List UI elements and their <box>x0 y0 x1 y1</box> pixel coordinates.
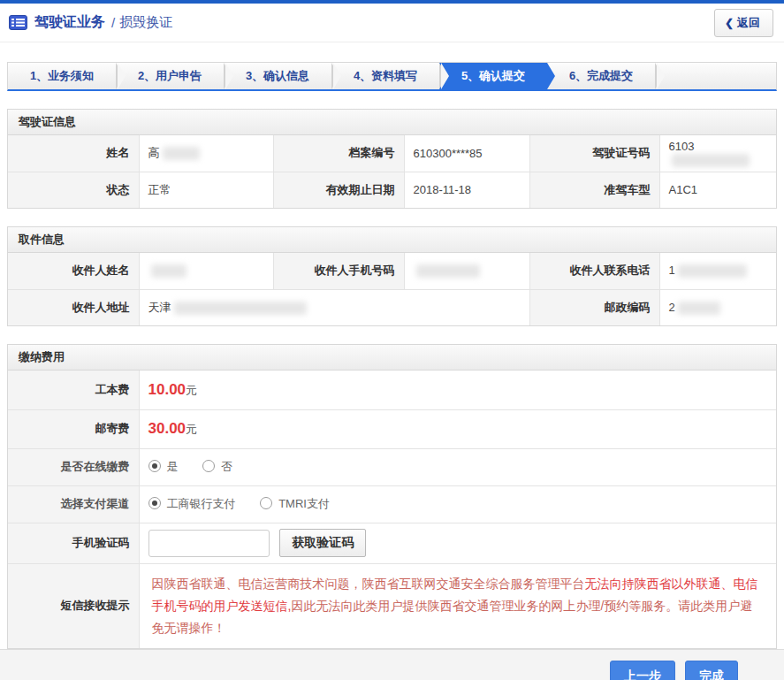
step-1-notice: 1、业务须知 <box>8 63 116 89</box>
license-no-label: 驾驶证号码 <box>529 135 659 172</box>
expiry-date-label: 有效期止日期 <box>273 172 404 208</box>
get-sms-code-button[interactable]: 获取验证码 <box>279 529 366 557</box>
table-row: 邮寄费 30.00元 <box>8 409 776 448</box>
table-row: 姓名 高 档案编号 610300****85 驾驶证号码 6103 <box>8 135 776 172</box>
archive-no-value: 610300****85 <box>404 135 529 172</box>
step-6-finish-submit: 6、完成提交 <box>547 63 655 89</box>
archive-no-label: 档案编号 <box>273 135 404 172</box>
redacted-blur <box>163 147 200 160</box>
recipient-mobile-label: 收件人手机号码 <box>273 253 404 289</box>
redacted-blur <box>672 154 750 167</box>
license-list-icon <box>9 15 27 30</box>
step-3-confirm-info: 3、确认信息 <box>224 63 331 89</box>
back-label: 返回 <box>737 16 760 29</box>
production-fee-unit: 元 <box>186 384 197 397</box>
online-pay-label: 是否在线缴费 <box>8 448 139 485</box>
status-value: 正常 <box>139 172 273 208</box>
table-row: 是否在线缴费 是 否 <box>8 448 776 485</box>
online-pay-no-radio[interactable] <box>202 460 215 472</box>
step-5-confirm-submit: 5、确认提交 <box>439 63 547 89</box>
sms-code-label: 手机验证码 <box>8 523 139 563</box>
redacted-blur <box>678 302 720 315</box>
expiry-date-value: 2018-11-18 <box>404 172 529 208</box>
table-row: 短信接收提示 因陕西省联通、电信运营商技术问题，陕西省互联网交通安全综合服务管理… <box>8 563 776 648</box>
recipient-address-value: 天津 <box>139 289 529 325</box>
table-row: 手机验证码 获取验证码 <box>8 523 776 563</box>
pay-channel-options: 工商银行支付 TMRI支付 <box>139 485 776 523</box>
production-fee-value: 10.00元 <box>139 371 776 409</box>
back-chevron-icon: ❮ <box>725 17 734 29</box>
postage-fee-value: 30.00元 <box>139 409 776 448</box>
redacted-blur <box>151 264 186 278</box>
production-fee-label: 工本费 <box>8 371 139 409</box>
breadcrumb-current: 损毁换证 <box>119 14 172 31</box>
page-title: 驾驶证业务 <box>34 13 105 32</box>
fees-title: 缴纳费用 <box>8 345 776 371</box>
tmri-pay-label[interactable]: TMRI支付 <box>278 497 330 510</box>
sms-code-cell: 获取验证码 <box>139 523 776 563</box>
tmri-pay-radio[interactable] <box>260 497 272 509</box>
recipient-name-label: 收件人姓名 <box>8 253 139 289</box>
fees-table: 工本费 10.00元 邮寄费 30.00元 是否在线缴费 是 否 选择支付渠道 … <box>8 371 776 648</box>
redacted-blur <box>416 264 480 278</box>
recipient-phone-value: 1 <box>659 253 776 289</box>
pickup-info-panel: 取件信息 收件人姓名 收件人手机号码 收件人联系电话 1 收件人地址 天津 邮政… <box>7 226 777 326</box>
sms-notice-label: 短信接收提示 <box>8 563 139 648</box>
online-pay-yes-radio[interactable] <box>148 460 161 472</box>
zip-code-value: 2 <box>659 289 776 325</box>
pay-channel-label: 选择支付渠道 <box>8 485 139 523</box>
license-info-panel: 驾驶证信息 姓名 高 档案编号 610300****85 驾驶证号码 6103 … <box>7 109 777 209</box>
online-pay-yes-label[interactable]: 是 <box>167 460 179 473</box>
license-no-value: 6103 <box>659 135 776 172</box>
finish-button[interactable]: 完成 <box>685 661 738 680</box>
zip-code-label: 邮政编码 <box>529 289 659 325</box>
license-info-title: 驾驶证信息 <box>8 110 776 135</box>
step-4-fill-data: 4、资料填写 <box>331 63 439 89</box>
recipient-mobile-value <box>404 253 529 289</box>
online-pay-no-label[interactable]: 否 <box>221 460 232 473</box>
fees-panel: 缴纳费用 工本费 10.00元 邮寄费 30.00元 是否在线缴费 是 否 选择… <box>7 344 777 649</box>
recipient-name-value <box>139 253 273 289</box>
table-row: 状态 正常 有效期止日期 2018-11-18 准驾车型 A1C1 <box>8 172 776 208</box>
previous-step-button[interactable]: 上一步 <box>610 661 675 680</box>
redacted-blur <box>174 302 307 315</box>
online-pay-options: 是 否 <box>139 448 776 485</box>
table-row: 工本费 10.00元 <box>8 371 776 409</box>
pickup-info-title: 取件信息 <box>8 227 776 253</box>
icbc-pay-radio[interactable] <box>148 497 161 509</box>
wizard-steps: 1、业务须知 2、用户申告 3、确认信息 4、资料填写 5、确认提交 6、完成提… <box>7 62 777 91</box>
postage-fee-label: 邮寄费 <box>8 409 139 448</box>
back-button[interactable]: ❮返回 <box>714 9 773 37</box>
vehicle-class-label: 准驾车型 <box>529 172 659 208</box>
breadcrumb-divider: / <box>111 15 115 30</box>
pickup-info-table: 收件人姓名 收件人手机号码 收件人联系电话 1 收件人地址 天津 邮政编码 2 <box>8 253 776 325</box>
page-header: 驾驶证业务 / 损毁换证 ❮返回 <box>0 4 784 42</box>
sms-notice-text: 因陕西省联通、电信运营商技术问题，陕西省互联网交通安全综合服务管理平台无法向持陕… <box>139 563 776 648</box>
recipient-address-label: 收件人地址 <box>8 289 139 325</box>
vehicle-class-value: A1C1 <box>659 172 776 208</box>
icbc-pay-label[interactable]: 工商银行支付 <box>167 497 236 510</box>
table-row: 选择支付渠道 工商银行支付 TMRI支付 <box>8 485 776 523</box>
sms-notice-part1: 因陕西省联通、电信运营商技术问题，陕西省互联网交通安全综合服务管理平台 <box>152 577 585 591</box>
redacted-blur <box>678 264 747 278</box>
sms-code-input[interactable] <box>148 530 270 557</box>
production-fee-amount: 10.00 <box>148 381 186 398</box>
recipient-phone-label: 收件人联系电话 <box>529 253 659 289</box>
step-2-declaration: 2、用户申告 <box>116 63 224 89</box>
status-label: 状态 <box>8 172 139 208</box>
name-value: 高 <box>139 135 273 172</box>
footer-bar: 上一步 完成 <box>0 649 784 680</box>
table-row: 收件人地址 天津 邮政编码 2 <box>8 289 776 325</box>
table-row: 收件人姓名 收件人手机号码 收件人联系电话 1 <box>8 253 776 289</box>
name-label: 姓名 <box>8 135 139 172</box>
postage-fee-unit: 元 <box>186 423 197 436</box>
license-info-table: 姓名 高 档案编号 610300****85 驾驶证号码 6103 状态 正常 … <box>8 135 776 208</box>
postage-fee-amount: 30.00 <box>148 420 186 437</box>
